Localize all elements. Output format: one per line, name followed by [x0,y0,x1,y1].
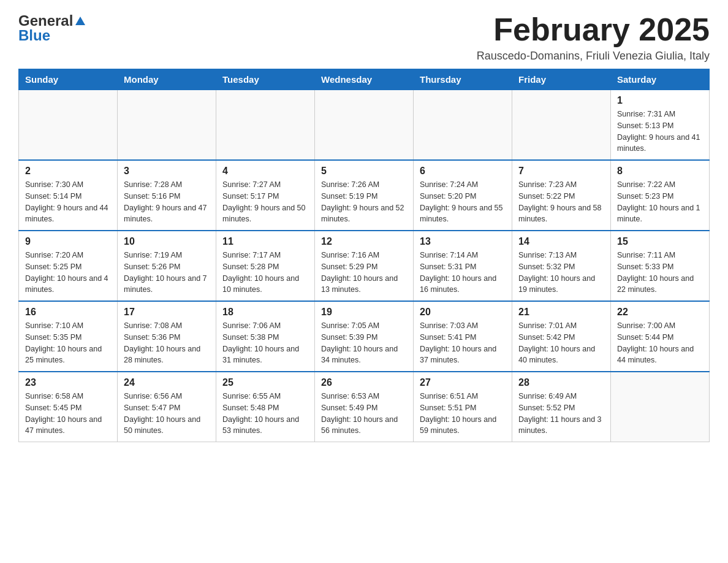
table-row: 3Sunrise: 7:28 AM Sunset: 5:16 PM Daylig… [118,160,216,231]
table-row: 15Sunrise: 7:11 AM Sunset: 5:33 PM Dayli… [611,231,710,301]
table-row: 27Sunrise: 6:51 AM Sunset: 5:51 PM Dayli… [414,372,512,442]
calendar-week-row: 2Sunrise: 7:30 AM Sunset: 5:14 PM Daylig… [19,160,710,231]
day-info: Sunrise: 7:17 AM Sunset: 5:28 PM Dayligh… [222,250,308,296]
calendar-week-row: 1Sunrise: 7:31 AM Sunset: 5:13 PM Daylig… [19,90,710,161]
day-info: Sunrise: 6:49 AM Sunset: 5:52 PM Dayligh… [518,391,604,437]
table-row: 26Sunrise: 6:53 AM Sunset: 5:49 PM Dayli… [315,372,414,442]
day-info: Sunrise: 7:03 AM Sunset: 5:41 PM Dayligh… [420,320,506,366]
day-info: Sunrise: 7:08 AM Sunset: 5:36 PM Dayligh… [124,320,210,366]
table-row: 24Sunrise: 6:56 AM Sunset: 5:47 PM Dayli… [118,372,216,442]
day-number: 1 [617,95,703,106]
table-row: 11Sunrise: 7:17 AM Sunset: 5:28 PM Dayli… [216,231,315,301]
table-row: 1Sunrise: 7:31 AM Sunset: 5:13 PM Daylig… [611,90,710,161]
day-info: Sunrise: 7:30 AM Sunset: 5:14 PM Dayligh… [25,179,111,225]
table-row: 12Sunrise: 7:16 AM Sunset: 5:29 PM Dayli… [315,231,414,301]
table-row: 13Sunrise: 7:14 AM Sunset: 5:31 PM Dayli… [414,231,512,301]
table-row: 10Sunrise: 7:19 AM Sunset: 5:26 PM Dayli… [118,231,216,301]
day-number: 18 [222,307,308,318]
day-info: Sunrise: 6:51 AM Sunset: 5:51 PM Dayligh… [420,391,506,437]
day-info: Sunrise: 6:58 AM Sunset: 5:45 PM Dayligh… [25,391,111,437]
table-row [216,90,315,161]
day-info: Sunrise: 7:24 AM Sunset: 5:20 PM Dayligh… [420,179,506,225]
day-info: Sunrise: 7:20 AM Sunset: 5:25 PM Dayligh… [25,250,111,296]
calendar-week-row: 9Sunrise: 7:20 AM Sunset: 5:25 PM Daylig… [19,231,710,301]
logo: General Blue [18,12,86,44]
table-row: 17Sunrise: 7:08 AM Sunset: 5:36 PM Dayli… [118,301,216,372]
table-row: 7Sunrise: 7:23 AM Sunset: 5:22 PM Daylig… [512,160,611,231]
calendar-table: Sunday Monday Tuesday Wednesday Thursday… [18,69,710,442]
day-number: 28 [518,377,604,388]
day-number: 11 [222,236,308,247]
day-number: 5 [321,166,407,177]
table-row: 2Sunrise: 7:30 AM Sunset: 5:14 PM Daylig… [19,160,118,231]
header-friday: Friday [512,69,611,90]
day-number: 3 [124,166,210,177]
day-info: Sunrise: 7:11 AM Sunset: 5:33 PM Dayligh… [617,250,703,296]
table-row: 18Sunrise: 7:06 AM Sunset: 5:38 PM Dayli… [216,301,315,372]
day-info: Sunrise: 7:01 AM Sunset: 5:42 PM Dayligh… [518,320,604,366]
day-number: 4 [222,166,308,177]
day-number: 15 [617,236,703,247]
day-info: Sunrise: 7:16 AM Sunset: 5:29 PM Dayligh… [321,250,407,296]
day-info: Sunrise: 7:26 AM Sunset: 5:19 PM Dayligh… [321,179,407,225]
day-number: 7 [518,166,604,177]
table-row: 21Sunrise: 7:01 AM Sunset: 5:42 PM Dayli… [512,301,611,372]
header-saturday: Saturday [611,69,710,90]
day-info: Sunrise: 6:56 AM Sunset: 5:47 PM Dayligh… [124,391,210,437]
table-row [414,90,512,161]
day-info: Sunrise: 7:27 AM Sunset: 5:17 PM Dayligh… [222,179,308,225]
table-row [512,90,611,161]
header-thursday: Thursday [414,69,512,90]
table-row: 22Sunrise: 7:00 AM Sunset: 5:44 PM Dayli… [611,301,710,372]
day-number: 23 [25,377,111,388]
day-number: 9 [25,236,111,247]
table-row: 25Sunrise: 6:55 AM Sunset: 5:48 PM Dayli… [216,372,315,442]
day-number: 19 [321,307,407,318]
logo-triangle-icon [74,15,86,28]
table-row: 9Sunrise: 7:20 AM Sunset: 5:25 PM Daylig… [19,231,118,301]
title-area: February 2025 Rauscedo-Domanins, Friuli … [477,12,710,63]
month-title: February 2025 [477,12,710,47]
day-info: Sunrise: 7:06 AM Sunset: 5:38 PM Dayligh… [222,320,308,366]
location-subtitle: Rauscedo-Domanins, Friuli Venezia Giulia… [477,50,710,63]
day-number: 12 [321,236,407,247]
day-info: Sunrise: 7:23 AM Sunset: 5:22 PM Dayligh… [518,179,604,225]
table-row: 23Sunrise: 6:58 AM Sunset: 5:45 PM Dayli… [19,372,118,442]
calendar-week-row: 16Sunrise: 7:10 AM Sunset: 5:35 PM Dayli… [19,301,710,372]
day-info: Sunrise: 7:19 AM Sunset: 5:26 PM Dayligh… [124,250,210,296]
svg-marker-0 [75,17,85,25]
calendar-week-row: 23Sunrise: 6:58 AM Sunset: 5:45 PM Dayli… [19,372,710,442]
day-info: Sunrise: 7:13 AM Sunset: 5:32 PM Dayligh… [518,250,604,296]
table-row [118,90,216,161]
table-row [315,90,414,161]
table-row [611,372,710,442]
day-info: Sunrise: 7:22 AM Sunset: 5:23 PM Dayligh… [617,179,703,225]
day-number: 13 [420,236,506,247]
table-row [19,90,118,161]
day-number: 16 [25,307,111,318]
day-info: Sunrise: 7:05 AM Sunset: 5:39 PM Dayligh… [321,320,407,366]
day-number: 21 [518,307,604,318]
header-sunday: Sunday [19,69,118,90]
table-row: 20Sunrise: 7:03 AM Sunset: 5:41 PM Dayli… [414,301,512,372]
table-row: 5Sunrise: 7:26 AM Sunset: 5:19 PM Daylig… [315,160,414,231]
table-row: 8Sunrise: 7:22 AM Sunset: 5:23 PM Daylig… [611,160,710,231]
day-number: 26 [321,377,407,388]
header-wednesday: Wednesday [315,69,414,90]
day-info: Sunrise: 7:28 AM Sunset: 5:16 PM Dayligh… [124,179,210,225]
day-number: 17 [124,307,210,318]
day-number: 6 [420,166,506,177]
day-info: Sunrise: 6:53 AM Sunset: 5:49 PM Dayligh… [321,391,407,437]
day-info: Sunrise: 6:55 AM Sunset: 5:48 PM Dayligh… [222,391,308,437]
day-info: Sunrise: 7:10 AM Sunset: 5:35 PM Dayligh… [25,320,111,366]
table-row: 6Sunrise: 7:24 AM Sunset: 5:20 PM Daylig… [414,160,512,231]
day-info: Sunrise: 7:31 AM Sunset: 5:13 PM Dayligh… [617,109,703,155]
day-number: 10 [124,236,210,247]
day-info: Sunrise: 7:00 AM Sunset: 5:44 PM Dayligh… [617,320,703,366]
day-number: 24 [124,377,210,388]
page-header: General Blue February 2025 Rauscedo-Doma… [18,12,710,63]
day-number: 27 [420,377,506,388]
day-number: 8 [617,166,703,177]
table-row: 4Sunrise: 7:27 AM Sunset: 5:17 PM Daylig… [216,160,315,231]
header-tuesday: Tuesday [216,69,315,90]
